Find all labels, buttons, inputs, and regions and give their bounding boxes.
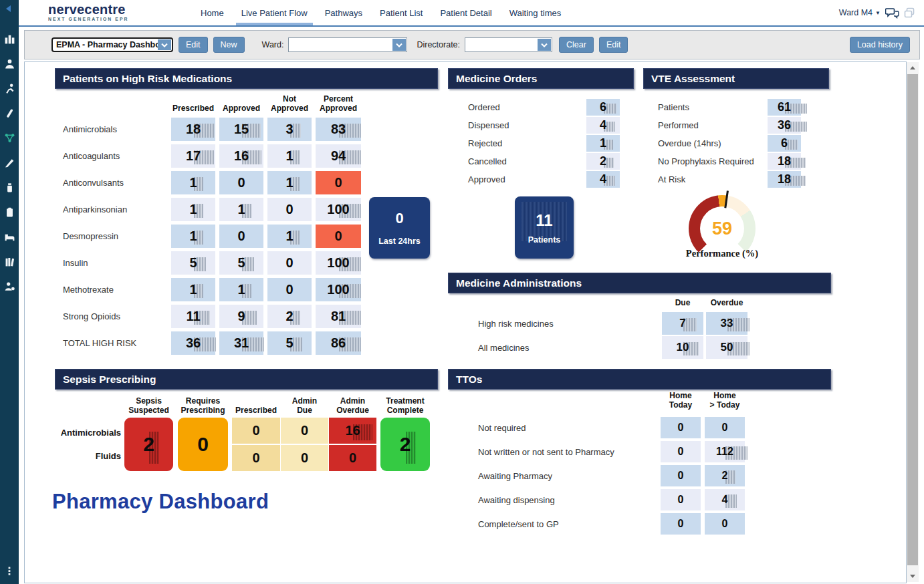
- row-label: All medicines: [448, 343, 662, 353]
- scroll-up-icon[interactable]: [907, 62, 919, 74]
- edit-filter-button[interactable]: Edit: [599, 37, 628, 53]
- sepsis-merged-tile: 2: [380, 418, 430, 471]
- cell-number: 61: [778, 100, 791, 114]
- scroll-down-icon[interactable]: [907, 571, 919, 582]
- value-cell: 10: [662, 336, 703, 359]
- cell-number: 0: [237, 229, 245, 244]
- top-navigation-bar: nervecentre NEXT GENERATION EPR HomeLive…: [19, 0, 924, 25]
- hospital-icon[interactable]: [4, 33, 15, 45]
- clipboard-icon[interactable]: [4, 206, 15, 218]
- ward-selector-label: Ward M4: [839, 8, 873, 17]
- row-label: Not required: [448, 423, 661, 433]
- tab-label: Patient List: [380, 8, 423, 18]
- sepsis-cell: 0: [232, 445, 280, 471]
- patient-flow-icon[interactable]: [4, 132, 15, 144]
- rapid-response-icon[interactable]: [4, 83, 15, 94]
- value-cell: 81: [316, 305, 361, 328]
- medication-bottle-icon[interactable]: [4, 182, 15, 193]
- cell-number: 0: [285, 202, 293, 217]
- user-admin-icon[interactable]: [4, 281, 15, 292]
- load-history-button[interactable]: Load history: [850, 37, 910, 53]
- panel-title: VTE Assessment: [643, 68, 829, 89]
- cell-number: 0: [678, 422, 684, 434]
- clinician-icon[interactable]: [4, 58, 15, 69]
- edit-dashboard-button[interactable]: Edit: [179, 37, 208, 53]
- cell-number: 1: [285, 175, 293, 190]
- column-header: Requires Prescribing: [174, 392, 232, 416]
- cell-number: 17: [186, 148, 201, 164]
- vertical-scrollbar[interactable]: [907, 62, 919, 582]
- cell-number: 1: [189, 202, 197, 217]
- value-cell: 1: [267, 171, 312, 194]
- value-cell: 2: [705, 465, 745, 486]
- tab-label: Patient Detail: [440, 8, 491, 18]
- value-cell: 100: [316, 251, 361, 275]
- cell-number: 15: [234, 122, 249, 137]
- tab-home[interactable]: Home: [201, 0, 224, 25]
- tab-patient-detail[interactable]: Patient Detail: [440, 0, 491, 25]
- panel-title: Patients on High Risk Medications: [55, 68, 438, 89]
- row-label: Complete/sent to GP: [448, 519, 661, 529]
- column-header: Sepsis Suspected: [120, 392, 177, 416]
- row-label: Antimicrobials: [55, 428, 121, 438]
- patients-tile[interactable]: 11 Patients: [515, 196, 574, 259]
- value-cell: 5: [219, 251, 263, 275]
- dashboard-select[interactable]: EPMA - Pharmacy Dashbo: [51, 37, 173, 52]
- value-cell: 0: [661, 513, 701, 535]
- stat-label: At Risk: [643, 174, 768, 184]
- value-cell: 1: [267, 144, 312, 168]
- tab-live-patient-flow[interactable]: Live Patient Flow: [241, 0, 308, 25]
- column-header: Not Approved: [267, 95, 312, 114]
- scrollbar-thumb[interactable]: [907, 74, 918, 565]
- table-row: Complete/sent to GP00: [448, 513, 831, 535]
- value-cell: 36: [171, 331, 215, 355]
- tab-pathways[interactable]: Pathways: [325, 0, 362, 25]
- clear-button[interactable]: Clear: [559, 37, 594, 53]
- bed-icon[interactable]: [4, 231, 15, 243]
- cell-number: 0: [678, 446, 684, 458]
- cell-number: 6: [781, 136, 788, 150]
- column-header: Admin Overdue: [325, 392, 380, 416]
- tab-waiting-times[interactable]: Waiting times: [509, 0, 562, 25]
- list-item: Performed36: [643, 117, 829, 134]
- cell-number: 3: [285, 122, 293, 137]
- ward-select[interactable]: [288, 37, 407, 52]
- windows-icon[interactable]: [904, 7, 915, 18]
- cell-number: 5: [285, 335, 293, 351]
- value-cell: 15: [219, 118, 263, 141]
- lab-sample-icon[interactable]: [4, 108, 15, 119]
- tab-patient-list[interactable]: Patient List: [380, 0, 423, 25]
- list-item: Ordered6: [448, 99, 634, 116]
- value-cell: 16: [219, 144, 263, 168]
- ward-selector[interactable]: Ward M4 ▼: [839, 8, 881, 17]
- last-24hrs-tile[interactable]: 0 Last 24hrs: [369, 197, 430, 259]
- sidebar-more-icon[interactable]: [0, 567, 19, 576]
- sepsis-cell: 0: [232, 418, 280, 444]
- ward-label: Ward:: [262, 40, 284, 49]
- value-cell: 0: [705, 417, 745, 438]
- cell-number: 0: [252, 423, 259, 438]
- chevron-down-icon: [158, 39, 171, 50]
- library-icon[interactable]: [4, 256, 15, 267]
- value-cell: 11: [171, 305, 215, 328]
- scalpel-icon[interactable]: [4, 157, 15, 168]
- stat-label: Dispensed: [448, 120, 586, 130]
- directorate-select[interactable]: [465, 37, 552, 52]
- value-cell: 2: [267, 305, 312, 328]
- top-right-controls: Ward M4 ▼: [839, 0, 915, 25]
- cell-number: 0: [301, 423, 308, 438]
- value-cell: 4: [586, 171, 620, 188]
- cell-number: 112: [716, 446, 733, 458]
- sepsis-cell: 0: [329, 445, 376, 471]
- pharmacy-dashboard-app: nervecentre NEXT GENERATION EPR HomeLive…: [0, 0, 924, 584]
- list-item: Cancelled2: [448, 153, 634, 170]
- cell-number: 100: [327, 282, 349, 297]
- chat-icon[interactable]: [885, 7, 899, 19]
- collapse-sidebar-icon[interactable]: [6, 5, 11, 12]
- panel-title: Medicine Administrations: [448, 273, 831, 293]
- stripe-decoration: [406, 432, 416, 464]
- new-dashboard-button[interactable]: New: [213, 37, 245, 53]
- row-label: Antimicrobials: [55, 118, 167, 141]
- cell-number: 1: [189, 229, 197, 244]
- value-cell: 0: [661, 417, 701, 438]
